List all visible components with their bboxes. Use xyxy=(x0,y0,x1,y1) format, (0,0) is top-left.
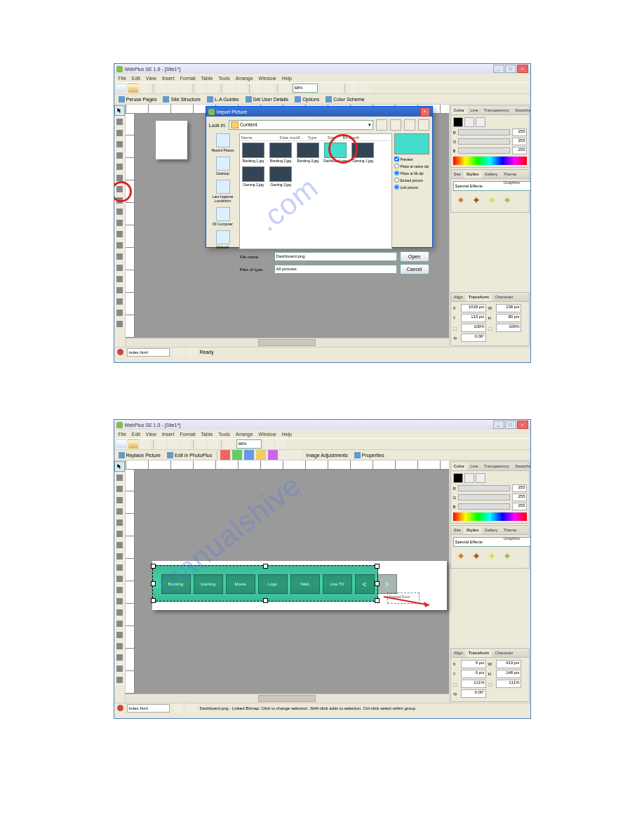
text-frame-tool[interactable] xyxy=(114,551,125,562)
save-icon[interactable] xyxy=(140,439,150,449)
picture-tool[interactable] xyxy=(114,206,125,217)
file-item[interactable]: Gaming 3.jpg xyxy=(269,166,293,187)
calendar-tool[interactable] xyxy=(114,596,125,607)
properties-button[interactable]: Properties xyxy=(352,452,387,458)
y-input[interactable]: 0 pix xyxy=(461,670,486,678)
cut-icon[interactable] xyxy=(156,84,166,93)
cut-icon[interactable] xyxy=(156,439,166,449)
picture-tool[interactable] xyxy=(114,562,125,573)
sy-input[interactable]: 111% xyxy=(496,680,521,688)
selection-handle[interactable] xyxy=(151,564,156,569)
selection-handle[interactable] xyxy=(375,598,380,603)
file-item[interactable]: Banking 1.jpg xyxy=(241,143,266,163)
menu-tools[interactable]: Tools xyxy=(218,76,229,81)
rotate-tool[interactable] xyxy=(114,472,125,483)
computer-place[interactable]: 00 Computer xyxy=(213,207,233,226)
shape-tool[interactable] xyxy=(114,251,125,262)
sx-input[interactable]: 111% xyxy=(461,680,486,688)
transparency-tab[interactable]: Transparency xyxy=(481,462,512,470)
undo-icon[interactable] xyxy=(196,439,206,449)
text-tool[interactable] xyxy=(114,128,125,138)
new-icon[interactable] xyxy=(116,84,126,93)
rollover-tool[interactable] xyxy=(114,663,125,674)
calendar-tool[interactable] xyxy=(114,240,125,251)
fill-tool[interactable] xyxy=(114,517,125,528)
form-tool[interactable] xyxy=(114,274,125,284)
user-details-button[interactable]: Set User Details xyxy=(243,96,291,102)
x-input[interactable]: 0 pix xyxy=(461,660,486,668)
network-place[interactable]: Network xyxy=(216,230,230,249)
h-input[interactable]: 80 pix xyxy=(496,314,521,322)
crop-tool[interactable] xyxy=(114,150,125,161)
zoom-value[interactable]: 68% xyxy=(236,439,262,449)
publish-icon[interactable] xyxy=(236,84,246,93)
adj-icon-7[interactable] xyxy=(292,450,302,460)
line-swatch[interactable] xyxy=(464,473,474,483)
r-value[interactable]: 255 xyxy=(512,128,527,136)
lookin-dropdown[interactable]: Content▾ xyxy=(229,120,373,130)
artistic-text-tool[interactable] xyxy=(114,495,125,505)
cancel-button[interactable]: Cancel xyxy=(400,264,429,274)
line-tool[interactable] xyxy=(114,540,125,550)
close-button[interactable]: × xyxy=(517,421,528,429)
viewmode-icon[interactable] xyxy=(418,119,429,131)
zoom-out-icon[interactable] xyxy=(281,84,290,93)
style-preset-4[interactable] xyxy=(501,196,514,208)
menu-edit[interactable]: Edit xyxy=(132,76,140,81)
minimize-button[interactable]: _ xyxy=(493,65,504,73)
rotate-tool[interactable] xyxy=(114,117,125,127)
form-tool[interactable] xyxy=(114,630,125,640)
navbar-tool[interactable] xyxy=(114,618,125,629)
menu-view[interactable]: View xyxy=(146,76,156,81)
html-tool[interactable] xyxy=(114,296,125,307)
gallery-tab[interactable]: Gallery xyxy=(482,526,501,534)
record-icon[interactable] xyxy=(117,349,123,355)
hotspot-tool[interactable] xyxy=(114,285,125,296)
align-tab[interactable]: Align xyxy=(451,293,466,301)
align-tab[interactable]: Align xyxy=(451,649,466,657)
line-tab[interactable]: Line xyxy=(467,106,481,114)
rectangle-tool[interactable] xyxy=(114,218,125,228)
file-item[interactable]: Gaming 1.jpg xyxy=(351,143,375,163)
peruse-pages-button[interactable]: Peruse Pages xyxy=(116,96,159,102)
menu-arrange[interactable]: Arrange xyxy=(236,432,253,437)
up-icon[interactable] xyxy=(390,119,401,131)
status-icon-2[interactable] xyxy=(187,348,196,357)
page-selector[interactable]: index.html xyxy=(127,704,170,713)
save-icon[interactable] xyxy=(140,84,150,93)
zoom-in-icon[interactable] xyxy=(264,439,274,449)
redo-icon[interactable] xyxy=(208,439,218,449)
transparency-tab[interactable]: Transparency xyxy=(481,106,512,114)
options-button[interactable]: Options xyxy=(293,96,321,102)
g-value[interactable]: 255 xyxy=(512,494,527,501)
style-preset-1[interactable] xyxy=(455,196,467,208)
filename-input[interactable]: Dashboard.png xyxy=(274,252,397,261)
open-icon[interactable] xyxy=(128,84,138,93)
menu-view[interactable]: View xyxy=(146,432,156,437)
media-tool[interactable] xyxy=(114,675,125,685)
snap-icon[interactable] xyxy=(360,84,370,93)
nav-back-icon[interactable] xyxy=(253,84,262,93)
g-value[interactable]: 255 xyxy=(512,138,527,145)
maximize-button[interactable]: □ xyxy=(505,65,516,73)
text-swatch[interactable] xyxy=(476,473,485,483)
file-item[interactable]: Banking 2.jpg xyxy=(269,143,293,163)
g-slider[interactable] xyxy=(458,138,509,145)
selection-handle[interactable] xyxy=(151,581,156,586)
user-place[interactable]: Lars-Ingemar Lundström xyxy=(209,180,237,203)
adj-icon-5[interactable] xyxy=(268,450,278,460)
text-tool[interactable] xyxy=(114,484,125,494)
zoom-fit-icon[interactable] xyxy=(332,84,342,93)
record-icon[interactable] xyxy=(117,705,123,711)
site-structure-button[interactable]: Site Structure xyxy=(161,96,202,102)
theme-graphics-tab[interactable]: Theme Graphics xyxy=(501,170,529,178)
menu-edit[interactable]: Edit xyxy=(132,432,140,437)
paste-icon[interactable] xyxy=(180,439,190,449)
horizontal-scrollbar[interactable] xyxy=(126,694,449,703)
sx-input[interactable]: 100% xyxy=(461,324,486,332)
undo-icon[interactable] xyxy=(196,84,206,93)
line-tool[interactable] xyxy=(114,184,125,194)
sy-input[interactable]: 100% xyxy=(496,324,521,332)
rollover-tool[interactable] xyxy=(114,307,125,318)
style-preset-1[interactable] xyxy=(455,552,467,564)
